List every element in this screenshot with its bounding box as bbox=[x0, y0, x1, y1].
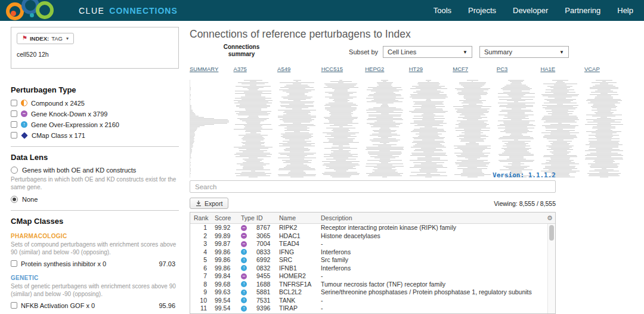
table-row[interactable]: 699.86↑0832IFNB1Interferons bbox=[190, 264, 555, 273]
chart-column-ht29: HT29 bbox=[409, 63, 451, 178]
col-rank[interactable]: Rank bbox=[190, 213, 213, 223]
cell-rank: 1 bbox=[190, 224, 213, 232]
data-lens-option: None bbox=[11, 196, 179, 203]
table-row[interactable]: 1099.54↑7531TANK- bbox=[190, 297, 555, 305]
summary-dropdown[interactable]: Summary ▼ bbox=[479, 46, 569, 58]
perturbagen-type-title: Perturbagen Type bbox=[11, 85, 179, 94]
index-tag-selector[interactable]: ⚑ INDEX: TAG ▾ bbox=[17, 33, 74, 44]
gene-overexpression-icon: ↑ bbox=[241, 265, 247, 271]
table-row[interactable]: 499.86↑0833IFNGInterferons bbox=[190, 248, 555, 257]
search-input[interactable] bbox=[190, 180, 556, 193]
download-icon bbox=[196, 201, 202, 207]
checkbox[interactable] bbox=[11, 260, 17, 267]
table-row[interactable]: 1199.54↑9396TIRAP- bbox=[190, 304, 555, 313]
cell-score: 99.86 bbox=[213, 256, 239, 264]
table-row[interactable]: 999.63↑5881BCL2L2Serine/threonine phosph… bbox=[190, 288, 555, 297]
cell-name: HDAC1 bbox=[277, 232, 319, 241]
radio-button[interactable] bbox=[11, 167, 18, 174]
gene-knockdown-icon: − bbox=[241, 273, 247, 279]
cell-score: 99.54 bbox=[213, 304, 239, 313]
cell-line-link-hepg2[interactable]: HEPG2 bbox=[365, 66, 384, 72]
cell-rank: 2 bbox=[190, 232, 213, 241]
col-type[interactable]: Type bbox=[239, 213, 255, 223]
cell-rank: 3 bbox=[190, 240, 213, 248]
cell-score: 99.54 bbox=[213, 297, 239, 305]
nav-developer[interactable]: Developer bbox=[513, 6, 548, 15]
nav-partnering[interactable]: Partnering bbox=[565, 6, 600, 15]
chart-column-mcf7: MCF7 bbox=[453, 63, 494, 178]
version-label: Version: 1.1.1.2 bbox=[190, 171, 556, 179]
cell-line-link-hcc515[interactable]: HCC515 bbox=[321, 66, 343, 72]
table-row[interactable]: 899.68↑1688TNFRSF1ATumour necrosis facto… bbox=[190, 281, 555, 289]
cell-score: 99.84 bbox=[213, 272, 239, 281]
cell-lines-dropdown[interactable]: Cell Lines ▼ bbox=[383, 46, 472, 58]
cell-id: 7004 bbox=[255, 240, 277, 248]
cmap-class-row: Protein synthesis inhibitor x 097.03 bbox=[11, 260, 179, 267]
cell-line-link-a549[interactable]: A549 bbox=[277, 66, 290, 72]
histogram-summary bbox=[190, 80, 229, 178]
col-id[interactable]: ID bbox=[255, 213, 277, 223]
nav-tools[interactable]: Tools bbox=[434, 6, 451, 15]
table-row[interactable]: 299.89−3065HDAC1Histone deacetylases bbox=[190, 232, 555, 241]
cell-name: TANK bbox=[277, 297, 319, 305]
cmap-class-score: 97.03 bbox=[159, 260, 179, 267]
export-label: Export bbox=[205, 200, 222, 207]
table-row[interactable]: 599.86↑6992SRCSrc family bbox=[190, 256, 555, 264]
nav-help[interactable]: Help bbox=[617, 6, 633, 15]
table-row[interactable]: 399.87−7004TEAD4- bbox=[190, 240, 555, 248]
gene-overexpression-icon: ↑ bbox=[241, 249, 247, 255]
perturbagen-filter-label: Gene Knock-Down x 3799 bbox=[31, 110, 107, 118]
col-description[interactable]: Description bbox=[319, 213, 544, 223]
cell-line-link-a375[interactable]: A375 bbox=[234, 66, 247, 72]
gene-overexpression-icon: ↑ bbox=[241, 306, 247, 312]
table-row[interactable]: 199.92−8767RIPK2Receptor interacting pro… bbox=[190, 224, 555, 232]
table-scrollbar bbox=[547, 224, 555, 313]
logo-dot-orange bbox=[11, 11, 16, 16]
cmap-class-icon bbox=[21, 132, 27, 138]
table-header: Rank Score Type ID Name Description ⚙ bbox=[190, 213, 555, 224]
table-toolbar: Export Viewing: 8,555 / 8,555 bbox=[190, 198, 556, 209]
cmap-classes-groups: PHARMACOLOGICSets of compound perturbage… bbox=[11, 233, 179, 309]
cell-id: 6992 bbox=[255, 256, 277, 264]
checkbox[interactable] bbox=[11, 110, 17, 117]
radio-button[interactable] bbox=[11, 196, 18, 203]
table-row[interactable]: 799.84−9455HOMER2- bbox=[190, 272, 555, 281]
gene-overexpression-icon: ↑ bbox=[241, 257, 247, 263]
histogram-vcap bbox=[584, 80, 624, 178]
cell-description: - bbox=[319, 272, 555, 281]
cell-line-link-summary[interactable]: SUMMARY bbox=[190, 66, 218, 72]
cmap-class-score: 95.96 bbox=[159, 302, 179, 309]
clue-logo[interactable] bbox=[0, 0, 70, 21]
checkbox[interactable] bbox=[11, 132, 17, 138]
cell-line-link-mcf7[interactable]: MCF7 bbox=[453, 66, 468, 72]
viewing-count: Viewing: 8,555 / 8,555 bbox=[494, 200, 556, 207]
histogram-hcc515 bbox=[321, 80, 361, 178]
chart-column-ha1e: HA1E bbox=[540, 63, 582, 178]
cmap-class-group-name: PHARMACOLOGIC bbox=[11, 233, 179, 239]
cell-line-link-ha1e[interactable]: HA1E bbox=[540, 66, 555, 72]
tag-label: TAG bbox=[51, 35, 63, 42]
col-score[interactable]: Score bbox=[213, 213, 239, 223]
cell-id: 0832 bbox=[255, 264, 277, 273]
checkbox[interactable] bbox=[11, 302, 17, 309]
cmap-class-help: Sets of compound perturbagens with enric… bbox=[11, 241, 179, 256]
cell-id: 0833 bbox=[255, 248, 277, 257]
checkbox[interactable] bbox=[11, 121, 17, 128]
cell-line-link-pc3[interactable]: PC3 bbox=[497, 66, 507, 72]
nav-projects[interactable]: Projects bbox=[468, 6, 496, 15]
perturbagen-filter-row: −Gene Knock-Down x 3799 bbox=[11, 110, 179, 118]
perturbagen-filter-label: Gene Over-Expression x 2160 bbox=[31, 121, 119, 128]
histogram-a375 bbox=[234, 80, 273, 178]
table-body: 199.92−8767RIPK2Receptor interacting pro… bbox=[190, 224, 555, 314]
cell-line-link-vcap[interactable]: VCAP bbox=[584, 66, 600, 72]
col-name[interactable]: Name bbox=[277, 213, 319, 223]
cell-line-link-ht29[interactable]: HT29 bbox=[409, 66, 423, 72]
checkbox[interactable] bbox=[11, 100, 17, 106]
gear-icon[interactable]: ⚙ bbox=[544, 213, 555, 223]
scrollbar-thumb[interactable] bbox=[549, 225, 554, 241]
chart-column-vcap: VCAP bbox=[584, 63, 626, 178]
cell-description: - bbox=[319, 304, 555, 313]
cell-type: − bbox=[239, 240, 255, 248]
chart-column-a549: A549 bbox=[277, 63, 319, 178]
export-button[interactable]: Export bbox=[190, 198, 228, 209]
